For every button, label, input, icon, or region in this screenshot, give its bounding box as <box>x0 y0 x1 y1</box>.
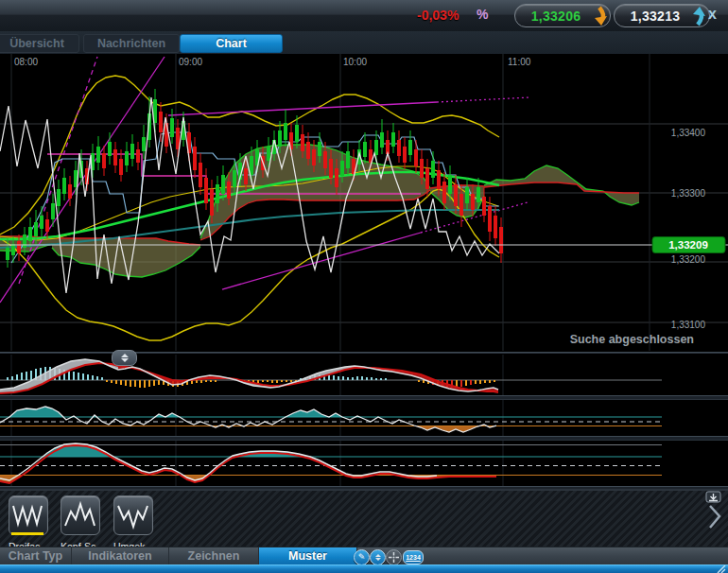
arrow-up-icon <box>121 354 129 357</box>
trendline-upper-solid <box>168 102 437 115</box>
change-percent-label: -0,03% <box>417 8 459 23</box>
svg-text:1,33200: 1,33200 <box>671 254 706 265</box>
svg-text:1,33400: 1,33400 <box>671 128 706 138</box>
indicator-panels-area[interactable] <box>0 352 728 490</box>
svg-text:10:00: 10:00 <box>343 57 367 67</box>
percent-toggle-button[interactable]: % <box>477 7 488 22</box>
inverse-head-shoulders-icon <box>115 499 150 530</box>
trendline-upper-dotted <box>437 97 529 102</box>
pencil-icon[interactable]: ✎ <box>354 549 370 565</box>
tab-muster[interactable]: Muster <box>259 547 357 565</box>
buy-price-button[interactable]: 1,33213 <box>614 4 710 27</box>
svg-text:08:00: 08:00 <box>14 57 38 67</box>
bottom-toolbar: Chart Typ Indikatoren Zeichnen Muster ✎ … <box>0 547 728 565</box>
selected-pattern-underline <box>11 532 43 535</box>
svg-text:1,33300: 1,33300 <box>671 188 706 199</box>
tab-bar: Übersicht Nachrichten Chart <box>0 31 728 55</box>
svg-text:09:00: 09:00 <box>179 57 202 67</box>
candlestick-chart[interactable]: 08:0009:0010:0011:001,334001,333001,3320… <box>0 54 728 352</box>
tab-uebersicht[interactable]: Übersicht <box>0 34 79 53</box>
bollinger-lower <box>0 189 499 340</box>
panel-collapse-button[interactable] <box>112 350 137 366</box>
numbers-badge-icon[interactable]: 1234 <box>403 550 424 564</box>
oscillator2-panel <box>0 443 662 483</box>
head-shoulders-icon <box>62 499 97 530</box>
panel-grid <box>11 355 503 486</box>
svg-text:1,33209: 1,33209 <box>668 239 708 251</box>
dock-panel-icon[interactable] <box>705 491 722 504</box>
arrow-up-icon <box>375 554 381 557</box>
up-down-arrows-icon[interactable] <box>370 549 386 565</box>
close-icon[interactable]: x <box>708 6 717 23</box>
current-price-badge: 1,33209 <box>652 237 725 253</box>
pattern-head-shoulders-button[interactable] <box>61 495 100 535</box>
arrow-down-icon <box>591 6 608 26</box>
search-status-label: Suche abgeschlossen <box>570 333 694 346</box>
svg-text:1,33100: 1,33100 <box>671 320 706 330</box>
triple-top-icon <box>10 499 45 530</box>
panel-separators <box>0 352 728 490</box>
price-chart-area[interactable]: 08:0009:0010:0011:001,334001,333001,3320… <box>0 54 728 352</box>
top-bar: -0,03% % 1,33206 1,33213 x <box>0 0 728 32</box>
tab-chart-typ[interactable]: Chart Typ <box>0 547 72 565</box>
tab-nachrichten[interactable]: Nachrichten <box>83 34 180 53</box>
bottom-status-strip <box>0 564 728 573</box>
tab-chart[interactable]: Chart <box>180 34 283 53</box>
arrow-down-icon <box>375 558 381 561</box>
trading-app-window: -0,03% % 1,33206 1,33213 x Übersicht Nac… <box>0 0 728 573</box>
scroll-right-chevron-icon[interactable] <box>703 503 726 531</box>
resize-grip[interactable] <box>714 565 727 573</box>
pattern-inverse-head-shoulders-button[interactable] <box>113 495 153 535</box>
sell-price-button[interactable]: 1,33206 <box>514 4 611 27</box>
crosshair-icon[interactable] <box>386 549 402 565</box>
ask-price: 1,33213 <box>631 9 694 24</box>
macd-panel <box>0 359 662 393</box>
trendline-rising-solid <box>222 233 421 289</box>
arrow-down-icon <box>121 358 129 362</box>
oscillator1-line <box>0 407 496 432</box>
tab-zeichnen[interactable]: Zeichnen <box>169 547 259 565</box>
pattern-triple-top-button[interactable] <box>9 495 48 535</box>
tab-indikatoren[interactable]: Indikatoren <box>72 547 169 565</box>
svg-text:11:00: 11:00 <box>508 57 531 67</box>
indicator-panels[interactable] <box>0 352 728 490</box>
arrow-up-icon <box>690 6 707 26</box>
oscillator1-panel <box>0 407 662 432</box>
bid-price: 1,33206 <box>531 9 595 24</box>
patterns-panel: Dreifac... Kopf-Sc... Umgek... <box>0 490 728 547</box>
